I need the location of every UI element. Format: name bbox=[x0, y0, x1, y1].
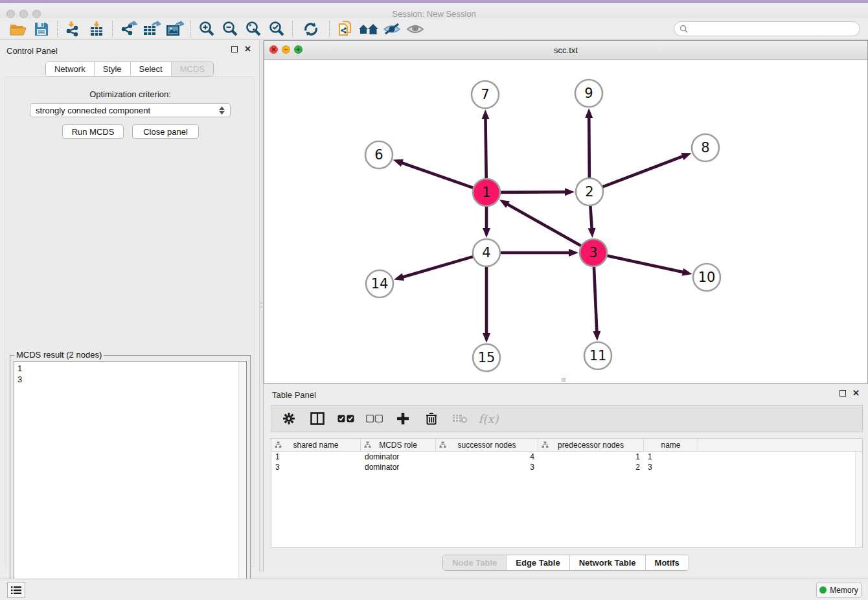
node-10[interactable]: 10 bbox=[693, 264, 720, 291]
export-table-button[interactable] bbox=[140, 19, 163, 39]
zoom-fit-button[interactable] bbox=[242, 19, 265, 39]
close-table-panel-icon[interactable]: ✕ bbox=[852, 390, 860, 397]
show-all-button[interactable] bbox=[404, 19, 427, 39]
float-panel-icon[interactable] bbox=[231, 46, 238, 52]
column-header-MCDS-role[interactable]: MCDS role bbox=[361, 439, 436, 451]
node-2[interactable]: 2 bbox=[576, 178, 603, 205]
tab-network[interactable]: Network bbox=[46, 62, 94, 76]
edge-1-7[interactable] bbox=[482, 110, 490, 179]
table-tab-edge-table[interactable]: Edge Table bbox=[506, 555, 569, 570]
column-header-predecessor-nodes[interactable]: predecessor nodes bbox=[538, 439, 644, 451]
node-7[interactable]: 7 bbox=[472, 81, 499, 108]
table-row[interactable]: 1dominator411 bbox=[271, 452, 862, 462]
mcds-result-area[interactable]: 1 3 bbox=[14, 361, 247, 595]
zoom-out-button[interactable] bbox=[218, 19, 242, 39]
column-header-shared-name[interactable]: shared name bbox=[271, 439, 361, 451]
cell[interactable]: 3 bbox=[644, 462, 698, 472]
edge-1-6[interactable] bbox=[393, 159, 474, 188]
cell[interactable]: 1 bbox=[271, 452, 361, 462]
refresh-button[interactable] bbox=[299, 19, 323, 39]
table-body: 1dominator4113dominator323 bbox=[271, 452, 862, 472]
edge-4-3[interactable] bbox=[500, 249, 578, 257]
column-header-name[interactable]: name bbox=[644, 439, 698, 451]
import-table-button[interactable] bbox=[85, 19, 108, 39]
sort-hierarchy-icon bbox=[364, 441, 371, 448]
delete-table-button[interactable] bbox=[450, 410, 470, 427]
select-all-columns-button[interactable] bbox=[336, 410, 356, 427]
zoom-selected-button[interactable] bbox=[265, 19, 288, 39]
close-panel-button[interactable]: Close panel bbox=[132, 124, 199, 139]
search-field[interactable] bbox=[674, 21, 860, 36]
table-tab-network-table[interactable]: Network Table bbox=[569, 555, 645, 570]
edge-2-3[interactable] bbox=[588, 205, 596, 238]
cell[interactable]: 3 bbox=[271, 462, 361, 472]
node-15[interactable]: 15 bbox=[473, 344, 500, 371]
cell[interactable]: 1 bbox=[538, 452, 644, 462]
delete-column-button[interactable] bbox=[422, 410, 441, 427]
node-14[interactable]: 14 bbox=[366, 270, 393, 297]
network-window-titlebar[interactable]: ✕ − + scc.txt bbox=[264, 41, 867, 60]
node-1[interactable]: 1 bbox=[473, 179, 500, 206]
vertical-splitter[interactable] bbox=[259, 40, 264, 571]
result-scrollbar[interactable] bbox=[238, 362, 246, 595]
close-panel-icon[interactable]: ✕ bbox=[244, 46, 251, 52]
tab-style[interactable]: Style bbox=[94, 62, 130, 76]
edge-1-2[interactable] bbox=[500, 188, 575, 196]
delete-table-icon bbox=[452, 413, 468, 424]
node-4[interactable]: 4 bbox=[473, 239, 500, 266]
export-network-button[interactable] bbox=[117, 19, 140, 39]
cell[interactable]: dominator bbox=[361, 462, 436, 472]
table-settings-button[interactable] bbox=[279, 410, 299, 427]
split-view-button[interactable] bbox=[308, 410, 327, 427]
table-panel: Table Panel ✕ f(x) shared nameMCDS roles… bbox=[264, 387, 868, 575]
tab-mcds[interactable]: MCDS bbox=[171, 62, 213, 76]
cell[interactable]: 1 bbox=[644, 452, 698, 462]
cell[interactable]: 3 bbox=[436, 462, 538, 472]
search-input[interactable] bbox=[691, 25, 860, 34]
edge-3-10[interactable] bbox=[607, 255, 692, 275]
node-9[interactable]: 9 bbox=[575, 80, 602, 107]
table-scrollbar[interactable] bbox=[855, 452, 862, 547]
table-tab-motifs[interactable]: Motifs bbox=[645, 555, 689, 570]
memory-button[interactable]: Memory bbox=[816, 582, 862, 598]
node-8[interactable]: 8 bbox=[692, 134, 719, 161]
run-mcds-button[interactable]: Run MCDS bbox=[62, 124, 124, 139]
tab-select[interactable]: Select bbox=[130, 62, 171, 76]
add-column-button[interactable] bbox=[393, 410, 413, 427]
edge-1-4[interactable] bbox=[483, 206, 490, 238]
edge-3-11[interactable] bbox=[593, 266, 600, 341]
float-table-panel-icon[interactable] bbox=[839, 390, 846, 397]
node-3[interactable]: 3 bbox=[580, 239, 607, 266]
cell[interactable]: 2 bbox=[538, 462, 644, 472]
node-label: 6 bbox=[374, 147, 383, 163]
unselect-all-columns-button[interactable] bbox=[365, 410, 384, 427]
criterion-select[interactable]: strongly connected component bbox=[30, 103, 231, 117]
cell[interactable]: dominator bbox=[361, 452, 436, 462]
edge-2-8[interactable] bbox=[602, 153, 692, 187]
table-row[interactable]: 3dominator323 bbox=[271, 462, 862, 472]
cell[interactable]: 4 bbox=[436, 452, 538, 462]
task-history-button[interactable] bbox=[7, 582, 25, 598]
edge-4-15[interactable] bbox=[483, 266, 490, 343]
export-image-button[interactable] bbox=[163, 19, 187, 39]
network-canvas[interactable]: 7968124314101511 bbox=[264, 60, 867, 383]
memory-label: Memory bbox=[830, 586, 858, 595]
hide-selected-button[interactable] bbox=[380, 19, 404, 39]
edge-2-9[interactable] bbox=[585, 108, 593, 178]
node-table[interactable]: shared nameMCDS rolesuccessor nodesprede… bbox=[271, 438, 863, 548]
table-tab-node-table[interactable]: Node Table bbox=[443, 555, 506, 570]
save-session-button[interactable] bbox=[30, 19, 53, 39]
node-11[interactable]: 11 bbox=[584, 342, 611, 369]
duplicate-network-button[interactable] bbox=[334, 19, 357, 39]
edge-3-1[interactable] bbox=[499, 200, 582, 246]
memory-status-icon bbox=[819, 586, 827, 594]
function-builder-button[interactable]: f(x) bbox=[479, 410, 498, 427]
network-resize-handle[interactable] bbox=[562, 378, 565, 382]
node-6[interactable]: 6 bbox=[365, 141, 393, 168]
edge-4-14[interactable] bbox=[394, 257, 474, 281]
open-file-button[interactable] bbox=[6, 19, 30, 39]
first-neighbors-button[interactable] bbox=[357, 19, 380, 39]
column-header-successor-nodes[interactable]: successor nodes bbox=[436, 439, 538, 451]
import-network-button[interactable] bbox=[62, 19, 85, 39]
zoom-in-button[interactable] bbox=[195, 19, 218, 39]
